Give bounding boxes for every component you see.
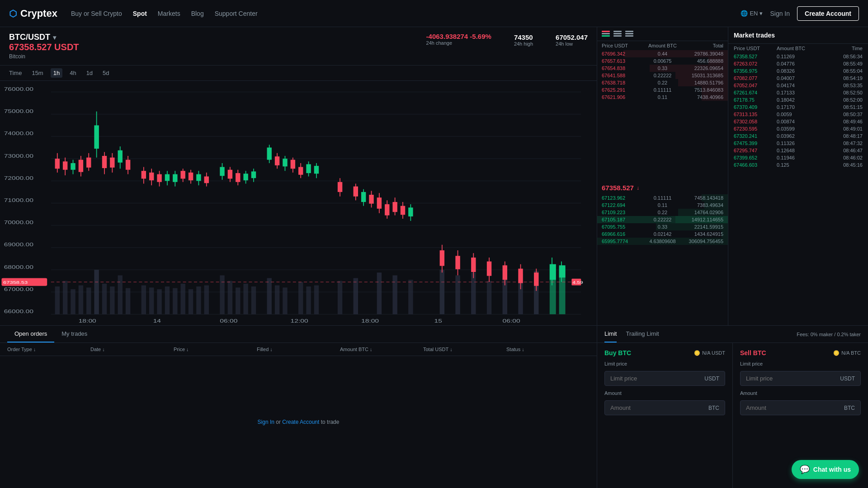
svg-rect-67 (487, 281, 491, 314)
sell-amount-input-group[interactable]: BTC (740, 400, 861, 415)
sign-in-button[interactable]: Sign In (770, 10, 790, 17)
time-1d[interactable]: 1d (84, 68, 95, 78)
tab-trailing-limit[interactable]: Trailing Limit (626, 326, 659, 343)
svg-rect-164 (518, 269, 523, 283)
svg-rect-116 (236, 173, 240, 182)
svg-rect-74 (55, 159, 60, 169)
ob-sell-row[interactable]: 67625.2910.111117513.846083 (597, 86, 728, 94)
sell-amount-label: Amount (740, 390, 861, 396)
nav-markets[interactable]: Markets (158, 10, 180, 17)
ob-sell-row[interactable]: 67654.8380.3322326.09654 (597, 65, 728, 72)
svg-rect-33 (86, 287, 91, 314)
svg-rect-32 (79, 285, 83, 314)
chart-container: 76000.00 75000.00 74000.00 73000.00 7200… (0, 81, 597, 325)
logo[interactable]: ⬡ Cryptex (9, 8, 57, 19)
stat-low: 67052.047 24h low (556, 33, 588, 47)
svg-rect-154 (440, 250, 444, 266)
sell-limit-price-input[interactable] (746, 375, 840, 382)
buy-amount-input[interactable] (610, 404, 708, 411)
logo-icon: ⬡ (9, 8, 17, 19)
svg-rect-38 (126, 288, 130, 314)
svg-rect-64 (440, 270, 444, 314)
ob-view-all[interactable] (602, 31, 610, 37)
ob-sell-row[interactable]: 67657.6130.00675456.688888 (597, 57, 728, 65)
svg-rect-96 (149, 173, 154, 180)
svg-rect-58 (314, 285, 319, 314)
ob-buy-row[interactable]: 67095.7550.3322141.59915 (597, 223, 728, 230)
mt-row: 67475.3990.1132608:47:32 (728, 140, 868, 147)
ob-buy-row[interactable]: 67122.6940.117383.49634 (597, 202, 728, 209)
nav-buy-sell[interactable]: Buy or Sell Crypto (71, 10, 122, 17)
nav-spot[interactable]: Spot (133, 10, 147, 17)
svg-rect-53 (267, 278, 272, 314)
orders-table-header: Order Type ↓ Date ↓ Price ↓ Filled ↓ Amo… (0, 343, 597, 356)
time-1h[interactable]: 1h (51, 68, 62, 78)
svg-rect-104 (180, 171, 185, 178)
ob-sell-row[interactable]: 67621.9060.117438.40966 (597, 94, 728, 101)
time-4h[interactable]: 4h (67, 68, 79, 78)
orders-or-text: or (276, 419, 282, 425)
ob-buy-row[interactable]: 66966.6160.021421434.624915 (597, 230, 728, 238)
svg-rect-36 (110, 286, 114, 314)
svg-text:18:00: 18:00 (79, 318, 96, 324)
ob-sell-row[interactable]: 67696.3420.4429786.39048 (597, 50, 728, 57)
tab-open-orders[interactable]: Open orders (7, 326, 54, 343)
sell-amount-input[interactable] (746, 404, 844, 411)
svg-rect-146 (385, 204, 389, 216)
create-account-button[interactable]: Create Account (797, 6, 859, 21)
buy-limit-price-input[interactable] (610, 375, 704, 382)
ob-view-sells[interactable] (613, 31, 622, 37)
stat-high: 74350 24h high (514, 33, 533, 47)
time-5d[interactable]: 5d (100, 68, 112, 78)
svg-rect-148 (392, 202, 397, 212)
chevron-down-icon: ▾ (760, 10, 763, 17)
language-selector[interactable]: 🌐 EN ▾ (741, 10, 763, 17)
svg-rect-158 (471, 258, 476, 272)
pair-name[interactable]: BTC/USDT ▾ (9, 33, 79, 42)
price-stats: -4063.938274 -5.69% 24h change 74350 24h… (426, 33, 588, 47)
col-price: Price ↓ (174, 347, 257, 352)
svg-rect-78 (71, 163, 75, 170)
buy-amount-input-group[interactable]: BTC (604, 400, 725, 415)
svg-rect-30 (63, 281, 67, 314)
ob-buy-row[interactable]: 67109.2230.2214764.02906 (597, 209, 728, 216)
svg-rect-59 (338, 281, 342, 314)
chat-widget[interactable]: 💬 Chat with us (792, 460, 859, 479)
svg-rect-47 (204, 285, 209, 314)
nav-blog[interactable]: Blog (191, 10, 204, 17)
col-total-usdt: Total USDT ↓ (423, 347, 506, 352)
create-account-link[interactable]: Create Account (282, 419, 319, 425)
ob-buy-rows: 67123.9620.111117458.143418 67122.6940.1… (597, 194, 728, 325)
svg-rect-51 (243, 284, 248, 314)
svg-rect-130 (298, 167, 303, 175)
ob-buy-row[interactable]: 67123.9620.111117458.143418 (597, 194, 728, 202)
svg-rect-112 (220, 167, 224, 176)
sort-icon: ↓ (370, 347, 373, 352)
svg-rect-63 (408, 280, 413, 314)
tab-limit[interactable]: Limit (604, 326, 617, 343)
orders-section: Open orders My trades Order Type ↓ Date … (0, 326, 597, 488)
svg-rect-106 (189, 173, 193, 180)
ob-buy-row[interactable]: 65995.77744.63809608306094.756455 (597, 238, 728, 245)
navbar: ⬡ Cryptex Buy or Sell Crypto Spot Market… (0, 0, 868, 27)
nav-support[interactable]: Support Center (215, 10, 258, 17)
mt-row: 67370.4090.1717008:51:15 (728, 103, 868, 111)
time-15m[interactable]: 15m (29, 68, 46, 78)
ob-sell-row[interactable]: 67638.7180.2214880.51796 (597, 79, 728, 86)
svg-rect-150 (401, 206, 405, 215)
tab-my-trades[interactable]: My trades (54, 326, 94, 343)
ob-buy-row[interactable]: 67105.1870.2222214912.114655 (597, 216, 728, 223)
ob-view-buys[interactable] (625, 31, 633, 37)
ob-total-header: Total (683, 43, 723, 48)
buy-limit-input-group[interactable]: USDT (604, 371, 725, 386)
svg-rect-39 (142, 285, 146, 314)
brand-name: Cryptex (20, 8, 57, 19)
pair-info: BTC/USDT ▾ 67358.527 USDT Bitcoin (9, 33, 79, 60)
sell-limit-input-group[interactable]: USDT (740, 371, 861, 386)
svg-rect-48 (220, 275, 224, 314)
trade-fees: Fees: 0% maker / 0.2% taker (797, 332, 861, 337)
svg-text:67358.53: 67358.53 (3, 280, 28, 285)
sort-icon: ↓ (522, 347, 524, 352)
sign-in-link[interactable]: Sign In (258, 419, 274, 425)
ob-sell-row[interactable]: 67641.5880.2222215031.313685 (597, 72, 728, 79)
